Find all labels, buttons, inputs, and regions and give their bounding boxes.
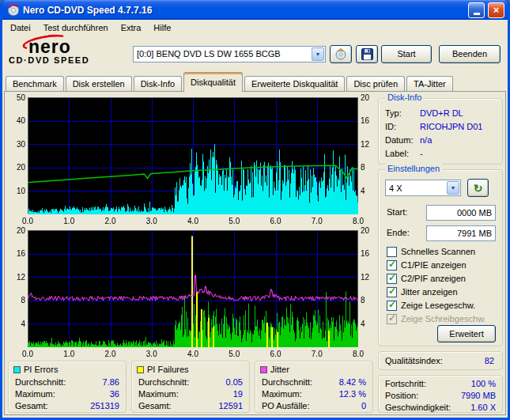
label: Fortschritt: (385, 379, 426, 388)
panel-header: Jitter (260, 365, 289, 374)
disc-icon (334, 47, 347, 60)
drive-select[interactable]: [0:0] BENQ DVD LS DW 1655 BCGB ▼ (133, 46, 326, 62)
close-icon: × (493, 5, 500, 15)
check-icon: ✓ (388, 286, 396, 297)
value: RICOHJPN D01 (420, 122, 482, 133)
value: 7.86 (103, 377, 119, 387)
value: 8.42 % (339, 377, 366, 387)
stat-row: Maximum: 19 (138, 389, 243, 399)
value: 12.3 % (339, 389, 366, 399)
pi-failures-legend-chip (137, 366, 144, 373)
start-field-label: Start: (387, 207, 407, 217)
checkbox-schnelles-scannen[interactable]: ✓ Schnelles Scannen (387, 246, 475, 257)
pie-chart-panel (7, 94, 374, 226)
check-icon: ✓ (388, 272, 396, 283)
chevron-down-icon[interactable]: ▼ (312, 47, 324, 61)
eject-disc-button[interactable] (330, 45, 352, 63)
checkbox-label: Zeige Schreibgeschw. (401, 314, 486, 324)
label: Typ: (385, 108, 420, 119)
pi-errors-stats-panel: PI Errors Durchschnitt: 7.86 Maximum: 36… (8, 361, 127, 413)
tab-diskqualitaet[interactable]: Diskqualität (183, 72, 243, 92)
start-button[interactable]: Start (381, 45, 432, 63)
quality-index-value: 82 (485, 356, 494, 365)
tab-disk-erstellen[interactable]: Disk erstellen (66, 76, 132, 91)
checkbox-schreibgeschw[interactable]: ✓ Zeige Schreibgeschw. (387, 313, 486, 324)
stat-row: Maximum: 36 (15, 389, 119, 399)
end-field[interactable] (426, 225, 496, 241)
checkbox-box: ✓ (387, 260, 397, 271)
advanced-button[interactable]: Erweitert (437, 325, 496, 342)
jitter-stats-panel: Jitter Durchschnitt: 8.42 % Maximum: 12.… (255, 361, 373, 413)
menu-datei[interactable]: Datei (4, 21, 37, 35)
menu-extra[interactable]: Extra (115, 21, 148, 35)
label: Datum: (385, 135, 420, 146)
header-toolbar: nero CD·DVD SPEED [0:0] BENQ DVD LS DW 1… (2, 36, 508, 72)
quality-index-label: Qualitätsindex: (385, 356, 443, 365)
logo-brand-text: nero (8, 38, 127, 55)
app-icon (7, 4, 20, 17)
checkbox-label: Zeige Lesegeschw. (401, 301, 475, 310)
pif-jitter-chart-panel (7, 227, 374, 359)
label: Durchschnitt: (15, 377, 66, 387)
checkbox-box: ✓ (387, 274, 397, 284)
chevron-down-icon[interactable]: ▼ (447, 181, 459, 195)
label: Position: (385, 391, 418, 400)
value: 251319 (90, 401, 119, 411)
value: 0.05 (226, 377, 243, 387)
panel-title: PI Failures (147, 365, 189, 374)
value: 19 (233, 389, 243, 399)
checkbox-c2-pif[interactable]: ✓ C2/PIF anzeigen (387, 273, 466, 284)
menu-hilfe[interactable]: Hilfe (147, 21, 177, 35)
check-icon: ✓ (388, 259, 396, 270)
value: 100 % (471, 379, 496, 388)
save-button[interactable] (356, 45, 378, 63)
close-button[interactable]: × (488, 2, 504, 18)
checkbox-label: Schnelles Scannen (401, 247, 475, 256)
start-field[interactable] (426, 205, 496, 221)
value: 36 (110, 389, 119, 399)
checkbox-box: ✓ (387, 314, 397, 324)
label: Geschwindigkeit: (385, 403, 451, 412)
minimize-button[interactable] (468, 2, 485, 18)
value: - (420, 149, 423, 160)
value: DVD+R DL (420, 108, 463, 119)
panel-header: PI Errors (13, 365, 58, 374)
check-icon: ✓ (388, 312, 396, 324)
quality-index-panel: Qualitätsindex: 82 (378, 351, 503, 370)
position-row: Position: 7990 MB (385, 391, 496, 400)
checkbox-box: ✓ (387, 287, 397, 297)
stat-row: Durchschnitt: 8.42 % (262, 377, 366, 387)
label: Maximum: (262, 389, 302, 399)
checkbox-c1-pie[interactable]: ✓ C1/PIE anzeigen (387, 259, 467, 271)
label: Label: (385, 149, 420, 160)
speed-select[interactable]: 4 X ▼ (385, 180, 461, 196)
tab-benchmark[interactable]: Benchmark (6, 76, 64, 91)
refresh-disc-button[interactable]: ↻ (467, 179, 489, 197)
label: Durchschnitt: (138, 377, 189, 387)
menu-bar: Datei Test durchführen Extra Hilfe (2, 20, 508, 36)
value: 7990 MB (461, 391, 496, 400)
minimize-icon (474, 13, 480, 15)
tab-erweiterte-diskqualitaet[interactable]: Erweiterte Diskqualität (244, 76, 345, 91)
checkbox-lesegeschw[interactable]: ✓ Zeige Lesegeschw. (387, 300, 475, 311)
value: n/a (420, 135, 432, 146)
stat-row: Gesamt: 251319 (15, 401, 119, 411)
speed-select-value: 4 X (386, 184, 446, 193)
checkbox-jitter[interactable]: ✓ Jitter anzeigen (387, 286, 458, 297)
title-bar[interactable]: Nero CD-DVD Speed 4.7.7.16 × (2, 0, 508, 20)
window-title: Nero CD-DVD Speed 4.7.7.16 (23, 5, 465, 16)
stat-row: Maximum: 12.3 % (262, 389, 366, 399)
panel-title: Jitter (270, 365, 289, 374)
label: PO Ausfälle: (262, 401, 310, 411)
drive-select-value: [0:0] BENQ DVD LS DW 1655 BCGB (134, 49, 311, 59)
tab-ta-jitter[interactable]: TA-Jitter (406, 76, 453, 91)
quit-button[interactable]: Beenden (439, 45, 501, 63)
tab-disk-info[interactable]: Disk-Info (134, 76, 182, 91)
menu-test-durchfuehren[interactable]: Test durchführen (37, 21, 115, 35)
pi-failures-jitter-chart (7, 227, 374, 359)
disk-info-row-datum: Datum: n/a (385, 135, 497, 146)
tab-disc-pruefen[interactable]: Disc prüfen (346, 76, 405, 91)
settings-group: Einstellungen 4 X ▼ ↻ Start: Ende: ✓ Sch… (378, 169, 503, 346)
label: Durchschnitt: (262, 377, 312, 387)
tab-bar: Benchmark Disk erstellen Disk-Info Diskq… (4, 72, 506, 92)
